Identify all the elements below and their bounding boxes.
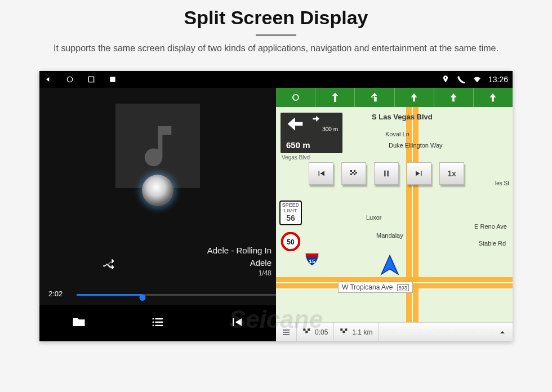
street-koval: Koval Ln	[385, 131, 409, 137]
svg-rect-10	[350, 173, 352, 175]
scrub-knob[interactable]	[142, 175, 173, 206]
sim-next-button[interactable]	[407, 162, 431, 185]
lane-6	[474, 88, 513, 107]
progress-fill	[77, 294, 143, 296]
svg-rect-18	[283, 332, 290, 332]
music-note-icon	[131, 119, 185, 173]
road-label: W Tropicana Ave	[342, 283, 393, 291]
lane-1	[276, 88, 315, 107]
svg-point-0	[67, 77, 72, 82]
street-stable: Stable Rd	[479, 240, 506, 247]
turn-left-icon	[284, 113, 306, 137]
svg-rect-4	[452, 97, 455, 101]
svg-rect-23	[341, 328, 343, 331]
road-label-plate: W Tropicana Ave 593	[338, 282, 413, 293]
street-duke: Duke Ellington Way	[389, 142, 443, 149]
svg-rect-12	[384, 171, 385, 177]
dest-flag-icon-2	[340, 328, 349, 337]
svg-text:15: 15	[309, 258, 315, 264]
status-bar: 13:26	[39, 71, 513, 88]
lane-4	[395, 88, 434, 107]
turn-distance: 650 m	[286, 140, 310, 150]
sim-play-bar: 1x	[309, 162, 464, 185]
speed-limit-sign: SPEED LIMIT 56	[279, 201, 302, 225]
navigation-pane: S Las Vegas Blvd Koval Ln Duke Ellington…	[276, 88, 513, 341]
playlist-button[interactable]	[150, 314, 166, 332]
status-clock: 13:26	[488, 75, 508, 84]
title-rule	[256, 34, 296, 36]
shuffle-button[interactable]	[101, 257, 116, 274]
gps-arrow-icon	[377, 253, 402, 280]
speed-limit-label: SPEED LIMIT	[281, 203, 301, 214]
nav-menu-button[interactable]	[276, 323, 297, 341]
svg-rect-17	[283, 329, 290, 330]
nav-dist-cell: 1.1 km	[334, 323, 379, 341]
turn-hint-card: 300 m 650 m	[281, 113, 342, 153]
recents-icon[interactable]	[87, 75, 96, 84]
promo-title: Split Screen Display	[0, 7, 552, 29]
back-icon[interactable]	[44, 75, 53, 84]
track-counter: 1/48	[259, 269, 271, 277]
street-mandalay: Mandalay	[376, 232, 403, 239]
elapsed-time: 2:02	[48, 289, 63, 298]
track-title: Adele - Rolling In	[46, 246, 271, 255]
speed-limit-value: 56	[281, 214, 301, 222]
lane-5	[434, 88, 474, 107]
street-vegas-blvd: Vegas Blvd	[282, 154, 310, 161]
svg-rect-9	[355, 172, 357, 173]
svg-text:50: 50	[287, 238, 295, 246]
progress-bar[interactable]: 2:02	[48, 291, 276, 301]
svg-rect-21	[305, 331, 308, 333]
svg-rect-24	[343, 331, 345, 333]
next-turn-distance: 300 m	[322, 126, 338, 132]
svg-rect-20	[303, 328, 305, 331]
sim-speed-button[interactable]: 1x	[439, 162, 464, 185]
location-icon	[441, 75, 450, 84]
nav-bottom-bar: 0:05 1.1 km	[276, 322, 513, 341]
nav-expand-button[interactable]	[492, 323, 513, 341]
svg-rect-5	[492, 97, 495, 101]
wifi-icon	[473, 75, 482, 84]
svg-rect-3	[413, 97, 415, 101]
dest-flag-icon	[302, 328, 311, 337]
svg-rect-11	[354, 173, 355, 175]
speed-shield-icon: 50	[281, 232, 300, 251]
music-bottom-bar	[39, 305, 276, 341]
chevron-up-icon	[498, 328, 507, 337]
prev-track-button[interactable]	[229, 314, 244, 332]
music-pane: Adele - Rolling In Adele 1/48 2:02	[39, 88, 276, 341]
head-unit-screen: 13:26 Adele - Rolling In Adele 1/48 2:02	[39, 71, 513, 341]
svg-rect-7	[354, 170, 355, 172]
svg-rect-13	[388, 171, 389, 177]
phone-icon	[457, 75, 466, 84]
screenshot-notif-icon[interactable]	[108, 75, 117, 84]
sim-prev-button[interactable]	[309, 162, 333, 185]
street-les-st: les St	[495, 180, 509, 186]
street-s-las-vegas: S Las Vegas Blvd	[372, 113, 433, 121]
nav-eta-cell: 0:05	[297, 323, 334, 341]
progress-thumb[interactable]	[139, 295, 145, 301]
sim-flag-button[interactable]	[341, 162, 366, 185]
nav-dist: 1.1 km	[352, 328, 372, 336]
home-icon[interactable]	[65, 75, 74, 84]
svg-rect-19	[283, 334, 290, 335]
nav-eta: 0:05	[315, 328, 328, 336]
track-artist: Adele	[250, 258, 271, 268]
menu-icon	[282, 328, 291, 337]
interstate-shield-icon: 15	[304, 251, 320, 267]
sim-pause-button[interactable]	[374, 162, 399, 185]
svg-rect-25	[345, 328, 348, 331]
street-luxor: Luxor	[366, 214, 382, 221]
svg-rect-8	[352, 172, 354, 173]
promo-subtitle: It supports the same screen display of t…	[0, 42, 552, 55]
lane-guidance	[276, 88, 513, 107]
promo-hero: Split Screen Display It supports the sam…	[0, 0, 552, 341]
road-number: 593	[397, 284, 409, 291]
svg-rect-1	[88, 77, 94, 82]
svg-rect-2	[110, 77, 115, 82]
system-nav-cluster	[44, 75, 117, 84]
lane-2	[315, 88, 355, 107]
svg-rect-22	[308, 328, 310, 331]
browse-button[interactable]	[71, 314, 87, 332]
street-reno: E Reno Ave	[474, 223, 507, 230]
